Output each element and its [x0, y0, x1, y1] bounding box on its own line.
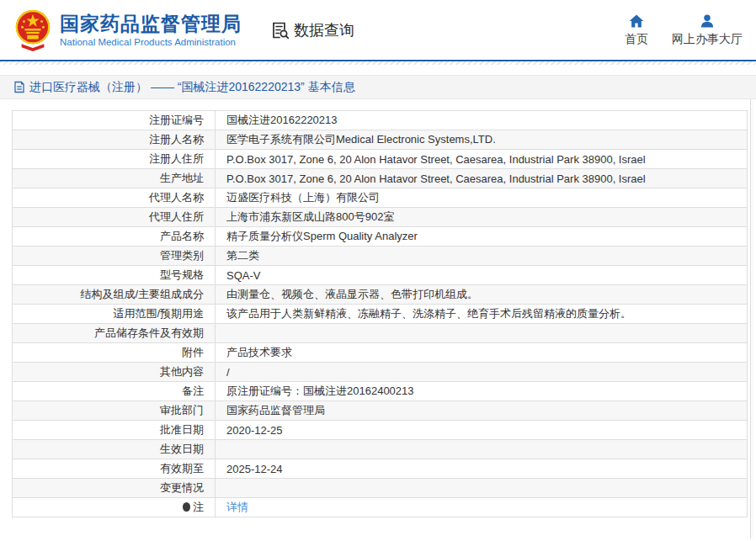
field-value: 产品技术要求: [216, 343, 748, 363]
field-value: 由测量仓、视频仓、液晶显示器、色带打印机组成。: [216, 285, 748, 305]
field-value: 国械注进20162220213: [216, 111, 748, 130]
field-label: 代理人住所: [13, 208, 216, 227]
field-value: 详情: [216, 498, 748, 517]
info-table-body: 注册证编号 国械注进20162220213 注册人名称 医学电子系统有限公司Me…: [13, 111, 748, 517]
field-label: 适用范围/预期用途: [13, 305, 216, 324]
breadcrumb-text: 进口医疗器械（注册） —— “国械注进20162220213” 基本信息: [29, 80, 355, 95]
field-label: 产品名称: [13, 227, 216, 247]
table-row: 代理人住所 上海市浦东新区成山路800号902室: [13, 208, 748, 227]
field-label: 注: [13, 498, 216, 517]
field-label: 附件: [13, 343, 216, 363]
field-label: 产品储存条件及有效期: [13, 324, 216, 343]
user-icon: [699, 13, 716, 29]
field-value: 上海市浦东新区成山路800号902室: [216, 208, 748, 227]
field-value: /: [216, 363, 748, 382]
table-row: 附件 产品技术要求: [13, 343, 748, 363]
table-row: 适用范围/预期用途 该产品用于人类新鲜精液、冻融精子、洗涤精子、绝育手术后残留精…: [13, 305, 748, 324]
document-icon: [13, 81, 25, 93]
field-label: 代理人名称: [13, 188, 216, 208]
detail-link[interactable]: 详情: [226, 501, 248, 513]
table-row: 注册人名称 医学电子系统有限公司Medical Electronic Syste…: [13, 130, 748, 150]
field-value: P.O.Box 3017, Zone 6, 20 Alon Hatavor St…: [216, 150, 748, 169]
field-value: [216, 440, 748, 459]
table-row: 结构及组成/主要组成成分 由测量仓、视频仓、液晶显示器、色带打印机组成。: [13, 285, 748, 305]
org-name-en: National Medical Products Administration: [60, 37, 242, 47]
brand-logo[interactable]: 国家药品监督管理局 National Medical Products Admi…: [13, 8, 242, 52]
field-label: 结构及组成/主要组成成分: [13, 285, 216, 305]
table-row: 代理人名称 迈盛医疗科技（上海）有限公司: [13, 188, 748, 208]
data-query-label: 数据查询: [294, 20, 354, 40]
table-row: 生产地址 P.O.Box 3017, Zone 6, 20 Alon Hatav…: [13, 169, 748, 188]
field-value: [216, 479, 748, 498]
home-icon: [628, 13, 645, 29]
field-value: 原注册证编号：国械注进20162400213: [216, 382, 748, 401]
table-row: 注册人住所 P.O.Box 3017, Zone 6, 20 Alon Hata…: [13, 150, 748, 169]
table-row: 变更情况: [13, 479, 748, 498]
field-label: 生产地址: [13, 169, 216, 188]
table-row: 产品储存条件及有效期: [13, 324, 748, 343]
field-label: 审批部门: [13, 401, 216, 421]
field-value: 医学电子系统有限公司Medical Electronic Systems,LTD…: [216, 130, 748, 150]
field-label: 型号规格: [13, 266, 216, 285]
field-label: 其他内容: [13, 363, 216, 382]
nav-home[interactable]: 首页: [625, 13, 648, 47]
table-row: 生效日期: [13, 440, 748, 459]
field-value: 第二类: [216, 247, 748, 266]
field-value: SQA-V: [216, 266, 748, 285]
field-label: 批准日期: [13, 421, 216, 440]
info-table: 注册证编号 国械注进20162220213 注册人名称 医学电子系统有限公司Me…: [12, 110, 748, 517]
field-value: 迈盛医疗科技（上海）有限公司: [216, 188, 748, 208]
org-name-cn: 国家药品监督管理局: [60, 13, 242, 34]
header-nav: 首页 网上办事大厅: [625, 13, 743, 47]
field-label: 有效期至: [13, 459, 216, 479]
table-row: 注册证编号 国械注进20162220213: [13, 111, 748, 130]
table-row: 审批部门 国家药品监督管理局: [13, 401, 748, 421]
note-icon: [183, 502, 190, 512]
national-emblem-icon: [13, 8, 52, 52]
field-label: 管理类别: [13, 247, 216, 266]
table-row: 备注 原注册证编号：国械注进20162400213: [13, 382, 748, 401]
table-row: 管理类别 第二类: [13, 247, 748, 266]
field-value: 2025-12-24: [216, 459, 748, 479]
nav-home-label: 首页: [625, 32, 648, 47]
field-value: 该产品用于人类新鲜精液、冻融精子、洗涤精子、绝育手术后残留精液的质量分析。: [216, 305, 748, 324]
data-query-icon: [270, 20, 290, 40]
field-label: 生效日期: [13, 440, 216, 459]
nav-data-query[interactable]: 数据查询: [270, 20, 354, 40]
field-label: 备注: [13, 382, 216, 401]
table-row: 批准日期 2020-12-25: [13, 421, 748, 440]
nav-hall-label: 网上办事大厅: [672, 32, 743, 47]
field-value: 2020-12-25: [216, 421, 748, 440]
brand-text: 国家药品监督管理局 National Medical Products Admi…: [60, 13, 242, 47]
site-header: 国家药品监督管理局 National Medical Products Admi…: [0, 0, 756, 61]
table-row: 其他内容 /: [13, 363, 748, 382]
table-row: 产品名称 精子质量分析仪Sperm Quality Analyzer: [13, 227, 748, 247]
nav-online-hall[interactable]: 网上办事大厅: [672, 13, 743, 47]
table-row: 注 详情: [13, 498, 748, 517]
field-value: 国家药品监督管理局: [216, 401, 748, 421]
header-divider: [0, 61, 756, 65]
field-value: 精子质量分析仪Sperm Quality Analyzer: [216, 227, 748, 247]
field-value: [216, 324, 748, 343]
table-row: 有效期至 2025-12-24: [13, 459, 748, 479]
scrollbar[interactable]: [750, 99, 753, 538]
field-label: 注册证编号: [13, 111, 216, 130]
field-value: P.O.Box 3017, Zone 6, 20 Alon Hatavor St…: [216, 169, 748, 188]
table-row: 型号规格 SQA-V: [13, 266, 748, 285]
field-label: 注册人住所: [13, 150, 216, 169]
field-label: 变更情况: [13, 479, 216, 498]
registration-info-section: 注册证编号 国械注进20162220213 注册人名称 医学电子系统有限公司Me…: [12, 110, 748, 517]
breadcrumb: 进口医疗器械（注册） —— “国械注进20162220213” 基本信息: [0, 75, 756, 99]
field-label: 注册人名称: [13, 130, 216, 150]
